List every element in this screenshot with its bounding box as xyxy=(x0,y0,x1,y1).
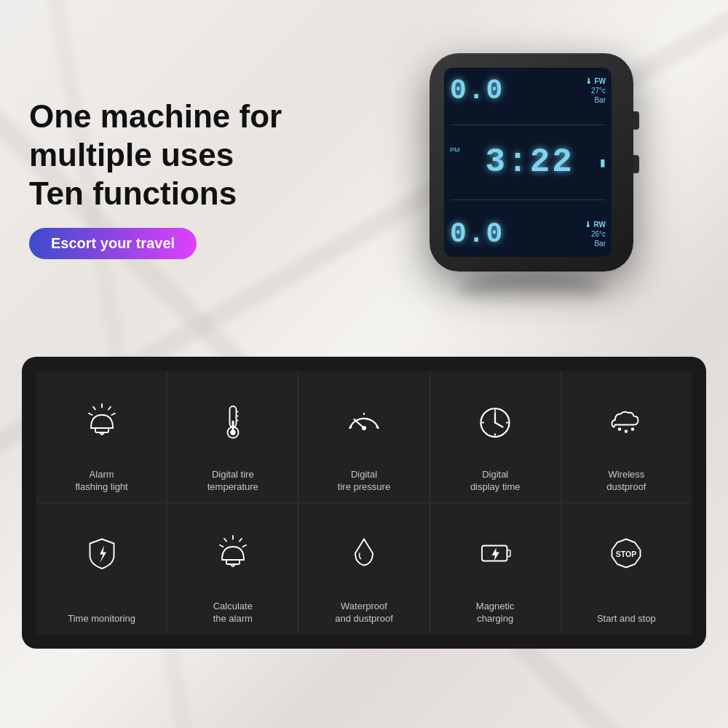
time-monitor-icon xyxy=(80,514,124,592)
feature-wireless: Wirelessdustproof xyxy=(561,371,692,502)
top-digits: 0.0 xyxy=(450,75,504,106)
title-line1: One machine for xyxy=(29,98,282,134)
svg-point-25 xyxy=(618,427,622,431)
calc-alarm-icon xyxy=(211,514,255,592)
svg-line-31 xyxy=(224,538,226,541)
screen-top-info: 🌡 FW 27°c Bar xyxy=(585,76,606,105)
svg-line-32 xyxy=(242,545,246,546)
svg-line-30 xyxy=(240,538,242,541)
feature-stop: STOP Start and stop xyxy=(561,503,692,634)
feature-display-time: Digitaldisplay time xyxy=(430,371,561,502)
feature-alarm-flash: Alarmflashing light xyxy=(36,371,167,502)
waterproof-label: Waterproofand dustproof xyxy=(335,599,393,625)
device-area: 0.0 🌡 FW 27°c Bar PM 3:22 xyxy=(364,53,699,304)
top-section: One machine for multiple uses Ten functi… xyxy=(0,0,728,357)
svg-point-26 xyxy=(625,430,628,433)
bottom-bar: Bar xyxy=(594,239,606,248)
divider2 xyxy=(450,199,606,200)
tire-temp-label: Digital tiretemperature xyxy=(207,467,258,494)
magnetic-icon xyxy=(473,514,517,592)
tire-pressure-label: Digitaltire pressure xyxy=(338,467,390,494)
badge: Escort your travel xyxy=(29,228,197,259)
rw-label: 🌡 RW xyxy=(585,220,606,229)
svg-rect-8 xyxy=(232,420,234,430)
page-wrapper: One machine for multiple uses Ten functi… xyxy=(0,0,728,728)
side-button-top[interactable] xyxy=(633,111,639,130)
svg-line-33 xyxy=(220,545,223,546)
screen-bottom-row: 0.0 🌡 RW 26°c Bar xyxy=(450,218,606,250)
divider1 xyxy=(450,124,606,125)
feature-grid: Alarmflashing light xyxy=(36,371,692,634)
display-time-icon xyxy=(473,382,517,460)
alarm-flash-icon xyxy=(80,382,124,460)
main-title: One machine for multiple uses Ten functi… xyxy=(29,98,364,213)
svg-line-5 xyxy=(89,413,92,414)
device-reflection xyxy=(459,275,604,304)
bottom-section: Alarmflashing light xyxy=(22,357,706,649)
wireless-label: Wirelessdustproof xyxy=(606,467,646,494)
svg-line-3 xyxy=(93,406,95,409)
side-button-bottom[interactable] xyxy=(633,155,639,173)
display-time-label: Digitaldisplay time xyxy=(470,467,521,494)
feature-tire-pressure: Digitaltire pressure xyxy=(298,371,429,502)
svg-line-20 xyxy=(495,422,503,427)
device: 0.0 🌡 FW 27°c Bar PM 3:22 xyxy=(430,53,633,272)
waterproof-icon xyxy=(342,514,386,592)
tire-temp-icon xyxy=(211,382,255,460)
screen-mid-row: PM 3:22 ▮ xyxy=(450,143,606,181)
calc-alarm-label: Calculatethe alarm xyxy=(213,599,253,625)
top-temp: 27°c xyxy=(591,86,606,95)
fw-label: 🌡 FW xyxy=(585,76,606,86)
svg-point-17 xyxy=(362,426,366,430)
device-screen: 0.0 🌡 FW 27°c Bar PM 3:22 xyxy=(444,68,612,257)
svg-line-2 xyxy=(108,406,111,409)
alarm-flash-label: Alarmflashing light xyxy=(75,467,127,494)
feature-time-monitor: Time monitoring xyxy=(36,503,167,634)
mid-digits: 3:22 xyxy=(486,143,574,181)
tire-pressure-icon xyxy=(342,382,386,460)
title-line3: Ten functions xyxy=(29,175,237,211)
title-line2: multiple uses xyxy=(29,137,234,173)
feature-waterproof: Waterproofand dustproof xyxy=(298,503,429,634)
stop-label: Start and stop xyxy=(597,599,656,625)
stop-icon: STOP xyxy=(604,514,648,592)
svg-line-4 xyxy=(111,413,115,414)
svg-point-9 xyxy=(230,430,236,435)
bottom-digits: 0.0 xyxy=(450,218,504,250)
svg-text:STOP: STOP xyxy=(616,549,636,558)
bottom-temp: 26°c xyxy=(591,229,606,239)
feature-tire-temp: Digital tiretemperature xyxy=(167,371,298,502)
battery-icon: ▮ xyxy=(600,157,606,168)
feature-magnetic: Magneticcharging xyxy=(430,503,561,634)
magnetic-label: Magneticcharging xyxy=(476,599,515,625)
text-area: One machine for multiple uses Ten functi… xyxy=(29,98,364,258)
feature-calc-alarm: Calculatethe alarm xyxy=(167,503,298,634)
wireless-icon xyxy=(604,382,648,460)
svg-point-27 xyxy=(631,427,635,431)
time-monitor-label: Time monitoring xyxy=(68,599,135,625)
top-bar: Bar xyxy=(594,95,606,105)
pm-label: PM xyxy=(450,146,460,154)
screen-top-row: 0.0 🌡 FW 27°c Bar xyxy=(450,75,606,106)
screen-bottom-info: 🌡 RW 26°c Bar xyxy=(585,220,606,248)
svg-rect-35 xyxy=(507,550,511,556)
